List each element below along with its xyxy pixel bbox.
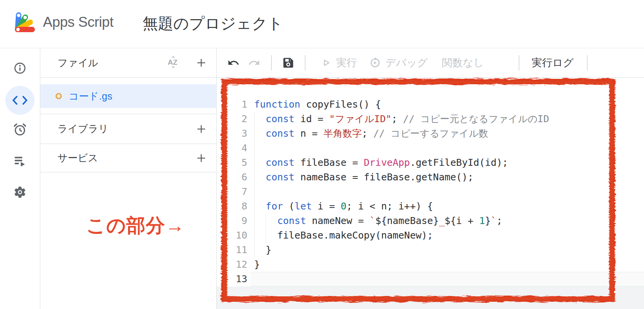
plus-icon xyxy=(195,57,207,69)
sidebar-item-editor[interactable] xyxy=(5,86,34,115)
debug-button[interactable]: デバッグ xyxy=(369,56,428,70)
toolbar-divider xyxy=(587,55,588,70)
annotation-text: この部分→ xyxy=(86,213,185,239)
svg-text:AZ: AZ xyxy=(168,58,177,66)
debug-label: デバッグ xyxy=(385,56,428,70)
line-number: 9 xyxy=(217,214,247,228)
sidebar-item-executions[interactable] xyxy=(5,146,34,175)
project-title[interactable]: 無題のプロジェクト xyxy=(143,13,283,34)
add-service-button[interactable] xyxy=(195,152,207,164)
services-section: サービス xyxy=(40,144,216,172)
toolbar-divider xyxy=(305,55,306,70)
save-icon xyxy=(282,56,295,69)
code-icon xyxy=(12,95,28,106)
code-line[interactable]: } xyxy=(254,257,549,272)
app-name: Apps Script xyxy=(43,14,113,30)
line-number: 13 xyxy=(217,272,247,286)
code-line[interactable]: fileBase.makeCopy(nameNew); xyxy=(254,228,549,243)
line-number: 4 xyxy=(217,141,247,155)
add-library-button[interactable] xyxy=(195,123,207,135)
services-label: サービス xyxy=(58,151,98,165)
line-number: 10 xyxy=(217,228,247,243)
editor-toolbar: 実行 デバッグ 関数なし 実行ログ xyxy=(217,48,644,78)
plus-icon xyxy=(195,123,207,135)
code-line[interactable] xyxy=(254,272,549,286)
run-button[interactable]: 実行 xyxy=(321,56,357,70)
redo-icon xyxy=(248,57,260,69)
file-item-code-gs[interactable]: コード.gs xyxy=(40,84,216,108)
header: Apps Script 無題のプロジェクト xyxy=(0,0,644,48)
code-line[interactable]: const nameNew = `${nameBase}_${i + 1}`; xyxy=(254,214,549,228)
file-name: コード.gs xyxy=(69,90,112,103)
editor-bottom-strip xyxy=(217,286,644,309)
toolbar-divider xyxy=(519,55,519,70)
sidebar-item-overview[interactable] xyxy=(5,54,34,83)
line-number: 2 xyxy=(217,112,247,126)
code-line[interactable]: const n = 半角数字; // コピーするファイル数 xyxy=(254,126,549,141)
code-line[interactable]: const id = "ファイルID"; // コピー元となるファイルのID xyxy=(254,112,549,126)
line-number: 3 xyxy=(217,126,247,141)
code-line[interactable] xyxy=(254,185,549,199)
gear-icon xyxy=(13,185,27,199)
debug-icon xyxy=(369,57,381,69)
line-number: 11 xyxy=(217,243,247,257)
code-line[interactable]: const nameBase = fileBase.getName(); xyxy=(254,170,549,185)
undo-icon xyxy=(227,57,240,69)
libraries-label: ライブラリ xyxy=(58,122,108,136)
gutter: 12345678910111213 xyxy=(217,97,247,286)
unsaved-changes-dot xyxy=(56,93,62,99)
save-button[interactable] xyxy=(282,56,295,69)
editor-region: 実行 デバッグ 関数なし 実行ログ xyxy=(217,48,644,309)
line-number: 12 xyxy=(217,257,247,272)
executions-icon xyxy=(13,154,27,168)
plus-icon xyxy=(195,152,207,164)
clock-icon xyxy=(13,123,27,136)
undo-button[interactable] xyxy=(227,57,240,69)
line-number: 7 xyxy=(217,185,247,199)
files-header-row: ファイル AZ xyxy=(40,48,216,78)
code-editor[interactable]: 12345678910111213 function copyFiles() {… xyxy=(217,78,644,309)
run-play-icon xyxy=(321,57,332,68)
libraries-section: ライブラリ xyxy=(40,114,216,144)
line-number: 8 xyxy=(217,199,247,214)
line-number: 1 xyxy=(217,97,247,112)
function-selector[interactable]: 関数なし xyxy=(442,56,484,70)
file-panel: ファイル AZ コード.gs ライブラリ xyxy=(40,48,217,309)
sidebar-item-triggers[interactable] xyxy=(5,115,34,144)
code-line[interactable]: for (let i = 0; i < n; i++) { xyxy=(254,199,549,214)
execution-log-label: 実行ログ xyxy=(532,56,573,70)
sidebar-item-settings[interactable] xyxy=(5,178,34,207)
apps-script-window: Apps Script 無題のプロジェクト xyxy=(0,0,644,309)
line-number: 5 xyxy=(217,155,247,170)
add-file-button[interactable] xyxy=(195,57,207,69)
execution-log-button[interactable]: 実行ログ xyxy=(532,56,573,70)
line-number: 6 xyxy=(217,170,247,185)
code-line[interactable]: const fileBase = DriveApp.getFileById(id… xyxy=(254,155,549,170)
files-header-label: ファイル xyxy=(58,56,98,70)
code-line[interactable] xyxy=(254,141,549,155)
info-icon xyxy=(13,62,26,75)
function-selector-label: 関数なし xyxy=(442,56,484,70)
apps-script-logo-icon xyxy=(13,10,38,34)
left-rail xyxy=(0,48,40,309)
sort-az-button[interactable]: AZ xyxy=(167,55,180,70)
sort-az-icon: AZ xyxy=(167,55,180,69)
code-line[interactable]: function copyFiles() { xyxy=(254,97,549,112)
redo-button[interactable] xyxy=(248,57,260,69)
code-line[interactable]: } xyxy=(254,243,549,257)
toolbar-divider xyxy=(271,55,272,70)
code-lines[interactable]: function copyFiles() { const id = "ファイルI… xyxy=(254,97,549,286)
run-label: 実行 xyxy=(336,56,357,70)
